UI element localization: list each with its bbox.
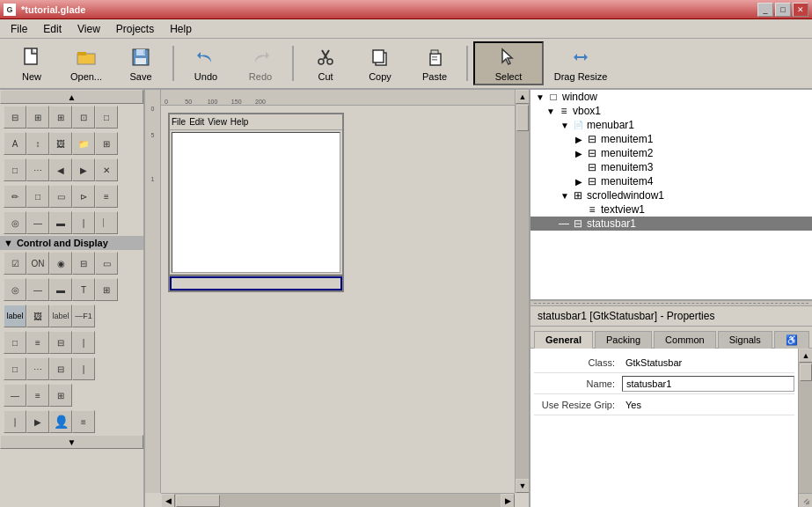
palette-c6b[interactable]: ≡ xyxy=(26,384,49,407)
palette-item-3[interactable]: ⊞ xyxy=(95,132,118,155)
hscroll-track[interactable] xyxy=(175,494,501,507)
palette-scroll[interactable]: ⊞ xyxy=(95,278,118,301)
palette-item-fwd[interactable]: ▶ xyxy=(72,158,95,181)
palette-item-frame[interactable]: □ xyxy=(4,158,26,181)
tree-item-textview1[interactable]: ≡ textview1 xyxy=(530,202,812,217)
tree-item-scrolledwindow1[interactable]: ▼ ⊞ scrolledwindow1 xyxy=(530,188,812,202)
palette-c5c[interactable]: ⊟ xyxy=(49,357,72,380)
preview-menu-help[interactable]: Help xyxy=(230,117,249,127)
vscroll-down[interactable]: ▼ xyxy=(516,479,530,493)
palette-radio[interactable]: ◉ xyxy=(49,252,72,275)
palette-c5a[interactable]: □ xyxy=(4,357,26,380)
tree-arrow-menuitem2[interactable]: ▶ xyxy=(573,147,585,159)
design-hscrollbar[interactable]: ◀ ▶ xyxy=(161,493,515,507)
vscroll-track[interactable] xyxy=(516,104,529,479)
tab-packing[interactable]: Packing xyxy=(595,331,652,349)
menu-edit[interactable]: Edit xyxy=(36,21,69,37)
open-button[interactable]: Open... xyxy=(60,41,113,85)
hscroll-thumb[interactable] xyxy=(176,495,220,507)
palette-item-spin[interactable]: ◎ xyxy=(4,211,26,234)
palette-item-arrow[interactable]: ↕ xyxy=(26,132,49,155)
palette-c4b[interactable]: ≡ xyxy=(26,331,49,354)
menu-projects[interactable]: Projects xyxy=(109,21,161,37)
minimize-button[interactable]: _ xyxy=(757,3,773,17)
palette-c5b[interactable]: ⋯ xyxy=(26,357,49,380)
tab-general[interactable]: General xyxy=(534,331,593,349)
resize-grip[interactable] xyxy=(798,493,812,507)
props-scroll-track[interactable] xyxy=(799,363,812,493)
props-value-name[interactable]: statusbar1 xyxy=(622,376,794,392)
palette-item-hbar[interactable]: ▬ xyxy=(49,211,72,234)
tree-arrow-window[interactable]: ▼ xyxy=(534,91,546,103)
props-scroll-thumb[interactable] xyxy=(800,364,812,381)
tree-arrow-vbox1[interactable]: ▼ xyxy=(545,105,557,117)
palette-item-box[interactable]: □ xyxy=(26,185,49,208)
palette-item-hscale[interactable]: — xyxy=(26,211,49,234)
tab-accessibility[interactable]: ♿ xyxy=(774,331,809,349)
tree-item-menuitem4[interactable]: ▶ ⊟ menuitem4 xyxy=(530,174,812,188)
tree-item-statusbar1[interactable]: — ⊟ statusbar1 xyxy=(530,217,812,231)
palette-c7b[interactable]: ▶ xyxy=(26,410,49,433)
palette-combo[interactable]: ▭ xyxy=(95,252,118,275)
palette-item-menu[interactable]: ≡ xyxy=(95,185,118,208)
hscroll-right[interactable]: ▶ xyxy=(501,494,515,507)
palette-lbl[interactable]: label xyxy=(4,305,26,327)
tab-common[interactable]: Common xyxy=(654,331,716,349)
tree-arrow-menuitem4[interactable]: ▶ xyxy=(573,175,585,187)
palette-text[interactable]: T xyxy=(72,278,95,301)
menu-file[interactable]: File xyxy=(4,21,34,37)
undo-button[interactable]: Undo xyxy=(179,41,232,85)
tree-item-menuitem2[interactable]: ▶ ⊟ menuitem2 xyxy=(530,146,812,160)
preview-menu-edit[interactable]: Edit xyxy=(189,117,204,127)
palette-item-hbox[interactable]: ⊟ xyxy=(4,106,26,129)
palette-c4a[interactable]: □ xyxy=(4,331,26,354)
palette-hprog[interactable]: ▬ xyxy=(49,278,72,301)
palette-check[interactable]: ☑ xyxy=(4,252,26,275)
palette-toggle[interactable]: ON xyxy=(26,252,49,275)
palette-entry[interactable]: ◎ xyxy=(4,278,26,301)
palette-item-input[interactable]: ▭ xyxy=(49,185,72,208)
copy-button[interactable]: Copy xyxy=(354,41,406,85)
preview-menu-view[interactable]: View xyxy=(208,117,227,127)
palette-section-control[interactable]: ▼ Control and Display xyxy=(0,236,143,250)
maximize-button[interactable]: □ xyxy=(775,3,791,17)
palette-item-vbox[interactable]: ⊞ xyxy=(26,106,49,129)
palette-item-sep[interactable]: ⎸ xyxy=(95,211,118,234)
props-vscrollbar[interactable]: ▲ ▼ xyxy=(798,349,812,507)
palette-item-image[interactable]: 🖼 xyxy=(49,132,72,155)
hscroll-left[interactable]: ◀ xyxy=(161,494,175,507)
design-vscrollbar[interactable]: ▲ ▼ xyxy=(515,90,529,493)
palette-item-port[interactable]: ⊳ xyxy=(72,185,95,208)
design-area[interactable]: 0 5 1 0 50 100 150 200 File Edit View He… xyxy=(145,90,530,507)
vscroll-thumb[interactable] xyxy=(516,105,529,131)
palette-c4d[interactable]: | xyxy=(72,331,95,354)
tree-arrow-menuitem1[interactable]: ▶ xyxy=(573,133,585,145)
drag-resize-button[interactable]: Drag Resize xyxy=(545,41,616,85)
palette-lbl2[interactable]: label xyxy=(49,305,72,327)
tree-item-window[interactable]: ▼ □ window xyxy=(530,90,812,104)
select-button[interactable]: Select xyxy=(473,41,544,85)
palette-f1[interactable]: —F1 xyxy=(72,305,95,327)
palette-hsep[interactable]: — xyxy=(26,278,49,301)
tab-signals[interactable]: Signals xyxy=(718,331,772,349)
menu-view[interactable]: View xyxy=(70,21,107,37)
vscroll-up[interactable]: ▲ xyxy=(516,90,530,104)
palette-item-btn[interactable]: □ xyxy=(95,106,118,129)
tree-item-menuitem1[interactable]: ▶ ⊟ menuitem1 xyxy=(530,132,812,146)
tree-arrow-scrolledwindow1[interactable]: ▼ xyxy=(559,189,571,202)
palette-c5d[interactable]: | xyxy=(72,357,95,380)
tree-item-menubar1[interactable]: ▼ 📄 menubar1 xyxy=(530,118,812,132)
palette-img2[interactable]: 🖼 xyxy=(26,305,49,327)
palette-c7c[interactable]: 👤 xyxy=(49,410,72,433)
palette-c7d[interactable]: ≡ xyxy=(72,410,95,433)
palette-item-back[interactable]: ◀ xyxy=(49,158,72,181)
palette-c7a[interactable]: | xyxy=(4,410,26,433)
palette-item-dots[interactable]: ⋯ xyxy=(26,158,49,181)
redo-button[interactable]: Redo xyxy=(234,41,287,85)
paste-button[interactable]: Paste xyxy=(408,41,461,85)
tree-item-vbox1[interactable]: ▼ ≡ vbox1 xyxy=(530,104,812,118)
palette-spin2[interactable]: ⊟ xyxy=(72,252,95,275)
props-scroll-up[interactable]: ▲ xyxy=(799,349,812,363)
preview-menu-file[interactable]: File xyxy=(172,117,186,127)
tree-arrow-menubar1[interactable]: ▼ xyxy=(559,119,571,131)
